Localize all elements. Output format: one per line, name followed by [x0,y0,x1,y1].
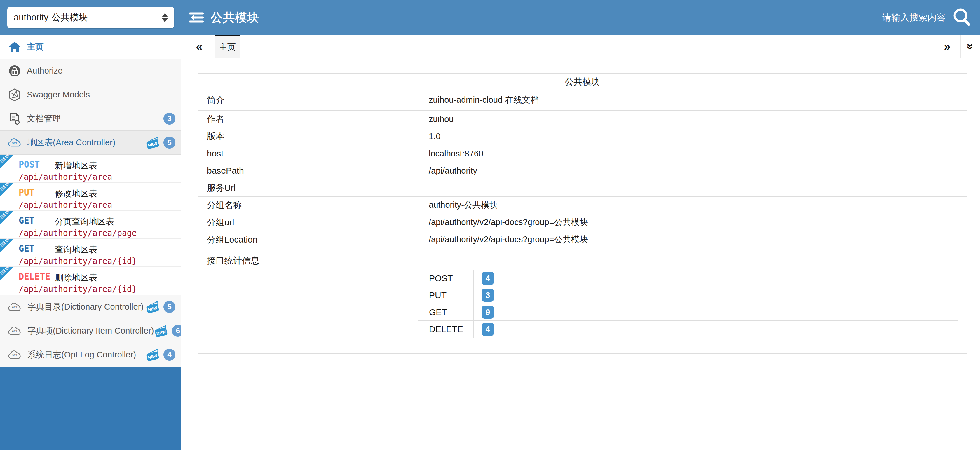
row-label: 简介 [198,90,410,110]
row-label: basePath [198,162,410,179]
row-label: 版本 [198,128,410,145]
new-tag-icon: NEW [145,348,160,362]
chevron-double-right-icon: » [944,40,950,53]
stats-count-badge: 9 [482,305,494,319]
top-header: authority-公共模块 公共模块 请输入搜索内容 [0,0,980,35]
group-select[interactable]: authority-公共模块 [7,7,174,28]
sidebar-item-doc-manage[interactable]: 文档管理 3 [0,107,181,131]
operation-get-area-page[interactable]: NEW GET 分页查询地区表 /api/authority/area/page [0,211,181,239]
table-row: 简介 zuihou-admin-cloud 在线文档 [198,90,967,111]
cloud-api-icon: API [8,302,22,312]
sidebar-item-label: Swagger Models [27,90,90,100]
table-row: host localhost:8760 [198,145,967,162]
row-value: authority-公共模块 [410,197,967,214]
new-ribbon-icon: NEW [0,183,14,196]
operation-path: /api/authority/area [19,172,112,182]
api-stats-table: POST 4 PUT 3 GET 9 DELETE 4 [418,270,958,338]
stats-method: GET [418,304,474,320]
sidebar-item-area-controller[interactable]: API 地区表(Area Controller) NEW 5 [0,131,181,155]
new-ribbon-icon: NEW [0,155,14,169]
row-value: localhost:8760 [410,145,967,162]
tab-bar: « 主页 » » [181,35,980,58]
app-logo: 公共模块 [188,0,259,35]
operation-delete-area-id[interactable]: NEW DELETE 删除地区表 /api/authority/area/{id… [0,267,181,295]
new-ribbon-icon: NEW [0,267,14,280]
count-badge: 5 [164,137,175,148]
sidebar-item-label: 系统日志(Opt Log Controller) [27,349,136,361]
operation-put-area[interactable]: NEW PUT 修改地区表 /api/authority/area [0,183,181,211]
scroll-tabs-right-button[interactable]: » [934,35,961,58]
new-tag-icon: NEW [145,300,160,314]
table-row: 服务Url [198,180,967,197]
svg-text:API: API [11,353,17,357]
sidebar-item-label: 字典目录(Dictionary Controller) [27,301,143,313]
sidebar-item-swagger-models[interactable]: Swagger Models [0,83,181,107]
cloud-api-icon: API [8,326,22,336]
count-badge: 5 [164,301,175,313]
sidebar-item-label: Authorize [27,66,63,76]
operation-title: 删除地区表 [55,272,97,284]
home-icon [8,41,21,53]
operation-path: /api/authority/area/page [19,228,137,238]
sidebar-item-label: 主页 [27,41,44,53]
select-stepper-icon [162,13,168,22]
row-value: zuihou [410,111,967,127]
row-label: host [198,145,410,162]
chevron-double-left-icon: « [196,40,202,53]
table-row: 版本 1.0 [198,128,967,145]
search-placeholder: 请输入搜索内容 [882,11,945,24]
stats-row: PUT 3 [418,287,958,304]
operation-title: 查询地区表 [55,244,97,256]
sidebar-item-authorize[interactable]: Authorize [0,59,181,83]
row-label: 分组Location [198,231,410,248]
count-badge: 6 [172,325,181,337]
count-badge: 3 [164,113,175,125]
hexagon-models-icon [8,88,21,102]
row-label: 服务Url [198,180,410,196]
stats-row: GET 9 [418,304,958,321]
row-label: 分组名称 [198,197,410,214]
table-row: 分组url /api/authority/v2/api-docs?group=公… [198,214,967,231]
operation-get-area-id[interactable]: NEW GET 查询地区表 /api/authority/area/{id} [0,239,181,267]
new-ribbon-icon: NEW [0,211,14,224]
sidebar-item-dictionary-controller[interactable]: API 字典目录(Dictionary Controller) NEW 5 [0,295,181,319]
table-row-stats: 接口统计信息 POST 4 PUT 3 GET 9 [198,248,967,353]
table-row: 分组名称 authority-公共模块 [198,197,967,214]
stats-method: POST [418,270,474,286]
operation-path: /api/authority/area [19,200,112,210]
operation-path: /api/authority/area/{id} [19,256,137,266]
tab-home[interactable]: 主页 [215,35,240,58]
scroll-tabs-left-button[interactable]: « [191,41,208,53]
main-content: « 主页 » » 公共模块 简介 zuihou-admin-cloud 在线文档… [181,35,980,450]
stats-method: PUT [418,287,474,304]
row-value [410,180,967,196]
cloud-api-icon: API [8,350,22,360]
search-input[interactable]: 请输入搜索内容 [882,0,945,35]
operation-title: 分页查询地区表 [55,216,114,227]
method-label: PUT [19,188,35,197]
method-label: GET [19,215,35,226]
stats-row: DELETE 4 [418,321,958,338]
sidebar-item-opt-log-controller[interactable]: API 系统日志(Opt Log Controller) NEW 4 [0,343,181,367]
stats-count-badge: 4 [482,272,494,285]
row-value: zuihou-admin-cloud 在线文档 [410,90,967,110]
method-label: POST [19,159,40,170]
tab-menu-button[interactable]: » [961,35,980,58]
stats-count-badge: 3 [482,289,494,302]
sidebar-item-home[interactable]: 主页 [0,35,181,59]
group-select-value: authority-公共模块 [14,11,162,24]
table-row: basePath /api/authority [198,162,967,180]
sidebar-item-label: 地区表(Area Controller) [27,137,115,148]
new-tag-icon: NEW [145,136,160,149]
module-info-table: 公共模块 简介 zuihou-admin-cloud 在线文档 作者 zuiho… [197,73,967,354]
operation-title: 新增地区表 [55,160,97,172]
sidebar-item-dictionary-item-controller[interactable]: API 字典项(Dictionary Item Controller) NEW … [0,319,181,343]
table-title: 公共模块 [198,73,967,90]
table-row: 作者 zuihou [198,111,967,128]
lock-icon [8,65,21,77]
search-button[interactable] [951,6,973,29]
tab-label: 主页 [219,41,236,53]
operation-post-area[interactable]: NEW POST 新增地区表 /api/authority/area [0,155,181,183]
svg-text:API: API [11,305,17,309]
svg-text:API: API [11,329,17,333]
